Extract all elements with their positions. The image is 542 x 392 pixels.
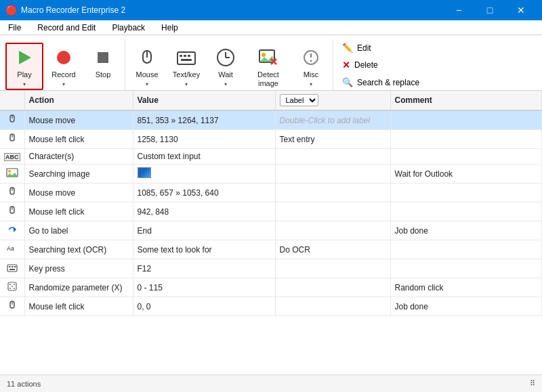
row-label[interactable] <box>275 183 390 202</box>
maximize-button[interactable]: □ <box>474 0 505 20</box>
ribbon-group-playback: Play ▾ Record ▾ Stop <box>3 40 125 90</box>
svg-point-1 <box>57 51 70 64</box>
label-dropdown[interactable]: Label <box>280 94 318 106</box>
row-comment <box>390 110 542 130</box>
row-icon <box>0 165 24 183</box>
row-label[interactable]: Text entry <box>275 130 390 149</box>
row-label[interactable]: Do OCR <box>275 240 390 259</box>
row-label[interactable] <box>275 297 390 316</box>
edit-action-button[interactable]: ✏️ Edit <box>339 41 534 55</box>
wait-button[interactable]: Wait ▾ <box>207 43 245 90</box>
actions-table: Action Value Label Comment Mouse move851… <box>0 91 542 316</box>
row-value <box>133 165 275 183</box>
svg-marker-27 <box>7 173 18 177</box>
textkey-label: Text/key <box>173 70 200 79</box>
svg-point-41 <box>14 284 15 285</box>
menu-file[interactable]: File <box>0 20 29 35</box>
table-row[interactable]: AaSearching text (OCR)Some text to look … <box>0 240 542 259</box>
stop-label: Stop <box>96 70 111 79</box>
svg-marker-0 <box>19 51 31 64</box>
col-header-action: Action <box>24 91 133 110</box>
table-row[interactable]: Mouse move851, 353 » 1264, 1137Double-Cl… <box>0 110 542 130</box>
col-header-label: Label <box>275 91 390 110</box>
menu-playback[interactable]: Playback <box>104 20 153 35</box>
svg-rect-7 <box>184 55 186 57</box>
row-action: Mouse move <box>24 110 133 130</box>
svg-rect-35 <box>9 266 11 267</box>
action-count: 11 actions <box>7 380 41 388</box>
close-button[interactable]: ✕ <box>505 0 537 20</box>
search-replace-icon: 🔍 <box>342 77 353 87</box>
row-action: Mouse left click <box>24 202 133 221</box>
row-value: 0 - 115 <box>133 278 275 297</box>
row-label[interactable]: Double-Click to add label <box>275 110 390 130</box>
record-chevron: ▾ <box>62 81 65 87</box>
row-label[interactable] <box>275 259 390 278</box>
row-label[interactable] <box>275 165 390 183</box>
svg-point-43 <box>9 288 11 289</box>
row-value: 942, 848 <box>133 202 275 221</box>
row-comment: Wait for Outlook <box>390 165 542 183</box>
title-bar-controls: − □ ✕ <box>443 0 537 20</box>
play-button[interactable]: Play ▾ <box>5 43 43 90</box>
table-row[interactable]: Mouse left click942, 848 <box>0 202 542 221</box>
record-label: Record <box>51 70 75 79</box>
record-button[interactable]: Record ▾ <box>45 43 83 90</box>
table-row[interactable]: Mouse left click1258, 1130Text entry <box>0 130 542 149</box>
svg-point-26 <box>8 170 11 173</box>
row-comment: Job done <box>390 221 542 240</box>
pencil-icon: ✏️ <box>342 43 353 53</box>
stop-button[interactable]: Stop <box>84 43 122 90</box>
menu-record-edit[interactable]: Record and Edit <box>29 20 104 35</box>
svg-rect-6 <box>180 55 182 57</box>
table-row[interactable]: Searching imageWait for Outlook <box>0 165 542 183</box>
row-action: Go to label <box>24 221 133 240</box>
resize-grip: ⠿ <box>530 379 535 388</box>
row-label[interactable] <box>275 221 390 240</box>
play-chevron: ▾ <box>23 81 26 87</box>
row-comment <box>390 259 542 278</box>
delete-action-button[interactable]: ✕ Delete <box>339 58 534 72</box>
delete-icon: ✕ <box>342 60 350 70</box>
row-action: Key press <box>24 259 133 278</box>
record-icon <box>53 47 75 68</box>
search-replace-button[interactable]: 🔍 Search & replace <box>339 75 534 89</box>
svg-rect-5 <box>178 52 195 64</box>
label-placeholder: Double-Click to add label <box>280 116 370 125</box>
table-row[interactable]: Go to labelEndJob done <box>0 221 542 240</box>
table-row[interactable]: ABCCharacter(s)Custom text input <box>0 149 542 165</box>
status-bar: 11 actions ⠿ <box>0 374 542 392</box>
svg-point-40 <box>9 284 11 285</box>
svg-rect-34 <box>7 265 17 271</box>
row-label[interactable] <box>275 278 390 297</box>
col-header-icon <box>0 91 24 110</box>
textkey-button[interactable]: Text/key ▾ <box>167 43 205 90</box>
mouse-button[interactable]: Mouse ▾ <box>128 43 166 90</box>
row-value: 1258, 1130 <box>133 130 275 149</box>
svg-rect-8 <box>188 55 190 57</box>
playback-buttons: Play ▾ Record ▾ Stop <box>5 40 122 90</box>
table-row[interactable]: Randomize parameter (X)0 - 115Random cli… <box>0 278 542 297</box>
misc-button[interactable]: Misc ▾ <box>292 43 330 90</box>
main-content: Action Value Label Comment Mouse move851… <box>0 91 542 374</box>
row-action: Mouse move <box>24 183 133 202</box>
svg-rect-38 <box>9 269 15 270</box>
table-row[interactable]: Mouse move1085, 657 » 1053, 640 <box>0 183 542 202</box>
ribbon-actions: ✏️ Edit ✕ Delete 🔍 Search & replace <box>333 40 539 90</box>
image-thumbnail <box>138 167 151 178</box>
row-value: Custom text input <box>133 149 275 165</box>
table-row[interactable]: Mouse left click0, 0Job done <box>0 297 542 316</box>
row-icon <box>0 202 24 221</box>
menu-help[interactable]: Help <box>153 20 186 35</box>
minimize-button[interactable]: − <box>443 0 474 20</box>
row-label[interactable] <box>275 202 390 221</box>
row-value: 1085, 657 » 1053, 640 <box>133 183 275 202</box>
row-label[interactable] <box>275 149 390 165</box>
row-comment: Random click <box>390 278 542 297</box>
row-value: 851, 353 » 1264, 1137 <box>133 110 275 130</box>
row-icon <box>0 183 24 202</box>
col-header-value: Value <box>133 91 275 110</box>
table-area[interactable]: Action Value Label Comment Mouse move851… <box>0 91 542 374</box>
mouse-icon <box>136 47 158 68</box>
table-row[interactable]: Key pressF12 <box>0 259 542 278</box>
